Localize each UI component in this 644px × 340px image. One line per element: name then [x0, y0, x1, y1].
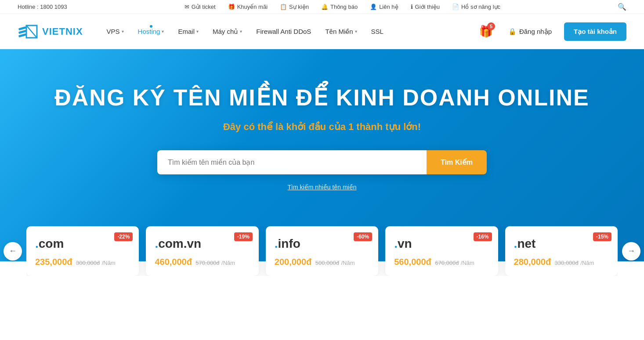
- logo[interactable]: VIETNIX: [18, 21, 83, 42]
- nav-links: VPS▾Hosting▾Email▾Máy chủ▾Firewall Anti …: [101, 24, 476, 39]
- nav-item-ssl[interactable]: SSL: [365, 24, 390, 39]
- price-old-2: 500,000đ: [315, 260, 339, 266]
- svg-rect-0: [18, 26, 27, 30]
- login-button[interactable]: 🔒 Đăng nhập: [503, 24, 557, 39]
- login-label: Đăng nhập: [519, 28, 552, 36]
- price-period-4: /Năm: [580, 260, 594, 266]
- top-bar-right: 🔍: [618, 3, 626, 11]
- domain-pricing-4: 280,000đ 330,000đ /Năm: [514, 257, 609, 267]
- discount-badge-0: -22%: [114, 232, 133, 241]
- chevron-icon-hosting: ▾: [162, 29, 164, 34]
- top-bar-links: ✉Gửi ticket🎁Khuyến mãi📋Sự kiện🔔Thông báo…: [185, 4, 500, 10]
- price-period-0: /Năm: [102, 260, 116, 266]
- register-button[interactable]: Tạo tài khoản: [564, 22, 626, 41]
- price-new-0: 235,000đ: [35, 257, 72, 267]
- gift-badge: 5: [487, 22, 495, 30]
- search-button[interactable]: Tìm Kiếm: [427, 150, 487, 174]
- icon-su-kien: 📋: [280, 4, 287, 10]
- domain-cards: -22% .com 235,000đ 300,000đ /Năm -19% .c…: [26, 226, 618, 276]
- discount-badge-2: -60%: [354, 232, 372, 241]
- topbar-link-thong-bao[interactable]: 🔔Thông báo: [321, 4, 358, 10]
- nav-label-may-chu: Máy chủ: [213, 28, 238, 36]
- hero-title: ĐĂNG KÝ TÊN MIỀN ĐỂ KINH DOANH ONLINE: [18, 84, 626, 111]
- topbar-link-gioi-thieu[interactable]: ℹGiới thiệu: [411, 4, 440, 10]
- domain-pricing-2: 200,000đ 500,000đ /Năm: [275, 257, 369, 267]
- nav-label-hosting: Hosting: [138, 28, 160, 35]
- hero-subtitle: Đây có thể là khởi đầu của 1 thành tựu l…: [18, 121, 626, 133]
- nav-label-email: Email: [178, 28, 195, 35]
- nav-item-email[interactable]: Email▾: [172, 24, 205, 39]
- price-new-2: 200,000đ: [275, 257, 312, 267]
- price-old-3: 670,000đ: [435, 260, 459, 266]
- price-old-4: 330,000đ: [555, 260, 579, 266]
- icon-lien-he: 👤: [370, 4, 377, 10]
- discount-badge-4: -15%: [593, 232, 611, 241]
- icon-ho-so-nang-luc: 📄: [452, 4, 459, 10]
- chevron-icon-ten-mien: ▾: [355, 29, 357, 34]
- domain-search-box: Tìm Kiếm: [157, 150, 487, 174]
- lock-icon: 🔒: [508, 28, 517, 36]
- nav-item-ten-mien[interactable]: Tên Miền▾: [319, 24, 363, 39]
- domain-pricing-1: 460,000đ 570,000đ /Năm: [155, 257, 250, 267]
- price-old-1: 570,000đ: [195, 260, 219, 266]
- domain-prefix-1: .: [155, 237, 158, 250]
- domain-prefix-0: .: [35, 237, 39, 250]
- domain-pricing-0: 235,000đ 300,000đ /Năm: [35, 257, 130, 267]
- discount-badge-3: -16%: [474, 232, 492, 241]
- nav-item-hosting[interactable]: Hosting▾: [132, 24, 170, 39]
- search-icon[interactable]: 🔍: [618, 3, 626, 11]
- carousel-next-button[interactable]: →: [622, 242, 640, 260]
- multi-search-link[interactable]: Tìm kiếm nhiều tên miền: [288, 184, 357, 191]
- domain-section: ← -22% .com 235,000đ 300,000đ /Năm -19% …: [0, 226, 644, 276]
- domain-card-0[interactable]: -22% .com 235,000đ 300,000đ /Năm: [26, 226, 139, 276]
- topbar-link-lien-he[interactable]: 👤Liên hệ: [370, 4, 398, 10]
- domain-pricing-3: 560,000đ 670,000đ /Năm: [394, 257, 489, 267]
- nav-label-ten-mien: Tên Miền: [325, 28, 353, 36]
- price-new-3: 560,000đ: [394, 257, 431, 267]
- topbar-link-khuyen-mai[interactable]: 🎁Khuyến mãi: [228, 4, 268, 10]
- icon-thong-bao: 🔔: [321, 4, 328, 10]
- nav-label-firewall: Firewall Anti DDoS: [256, 28, 311, 35]
- logo-icon: [18, 21, 39, 42]
- gift-button[interactable]: 🎁 5: [476, 22, 496, 42]
- nav-item-may-chu[interactable]: Máy chủ▾: [206, 24, 248, 39]
- price-period-1: /Năm: [221, 260, 235, 266]
- discount-badge-1: -19%: [234, 232, 253, 241]
- nav-item-vps[interactable]: VPS▾: [101, 24, 130, 39]
- domain-card-4[interactable]: -15% .net 280,000đ 330,000đ /Năm: [505, 226, 618, 276]
- domain-card-3[interactable]: -16% .vn 560,000đ 670,000đ /Năm: [385, 226, 498, 276]
- svg-rect-1: [18, 29, 27, 33]
- nav-dot-hosting: [150, 25, 152, 28]
- logo-text: VIETNIX: [42, 26, 83, 37]
- price-new-1: 460,000đ: [155, 257, 192, 267]
- nav-item-firewall[interactable]: Firewall Anti DDoS: [250, 24, 317, 39]
- domain-card-2[interactable]: -60% .info 200,000đ 500,000đ /Năm: [266, 226, 378, 276]
- svg-line-4: [26, 25, 37, 38]
- top-bar: Hotline : 1800 1093 ✉Gửi ticket🎁Khuyến m…: [0, 0, 644, 14]
- topbar-link-gui-ticket[interactable]: ✉Gửi ticket: [185, 4, 216, 10]
- nav-label-ssl: SSL: [371, 28, 384, 35]
- price-old-0: 300,000đ: [76, 260, 100, 266]
- icon-khuyen-mai: 🎁: [228, 4, 235, 10]
- svg-rect-2: [18, 33, 27, 37]
- topbar-link-su-kien[interactable]: 📋Sự kiện: [280, 4, 309, 10]
- hotline: Hotline : 1800 1093: [18, 4, 67, 10]
- carousel-prev-button[interactable]: ←: [4, 242, 22, 260]
- domain-prefix-4: .: [514, 237, 517, 250]
- chevron-icon-may-chu: ▾: [240, 29, 242, 34]
- domain-prefix-3: .: [394, 237, 398, 250]
- chevron-icon-email: ▾: [196, 29, 199, 34]
- icon-gui-ticket: ✉: [185, 4, 189, 10]
- price-period-2: /Năm: [341, 260, 355, 266]
- domain-card-1[interactable]: -19% .com.vn 460,000đ 570,000đ /Năm: [146, 226, 258, 276]
- chevron-icon-vps: ▾: [122, 29, 124, 34]
- price-new-4: 280,000đ: [514, 257, 551, 267]
- domain-search-input[interactable]: [157, 150, 427, 174]
- navbar: VIETNIX VPS▾Hosting▾Email▾Máy chủ▾Firewa…: [0, 14, 644, 49]
- nav-label-vps: VPS: [107, 28, 120, 35]
- nav-right: 🎁 5 🔒 Đăng nhập Tạo tài khoản: [476, 22, 626, 42]
- icon-gioi-thieu: ℹ: [411, 4, 413, 10]
- domain-prefix-2: .: [275, 237, 278, 250]
- price-period-3: /Năm: [461, 260, 474, 266]
- topbar-link-ho-so-nang-luc[interactable]: 📄Hồ sơ năng lực: [452, 4, 500, 10]
